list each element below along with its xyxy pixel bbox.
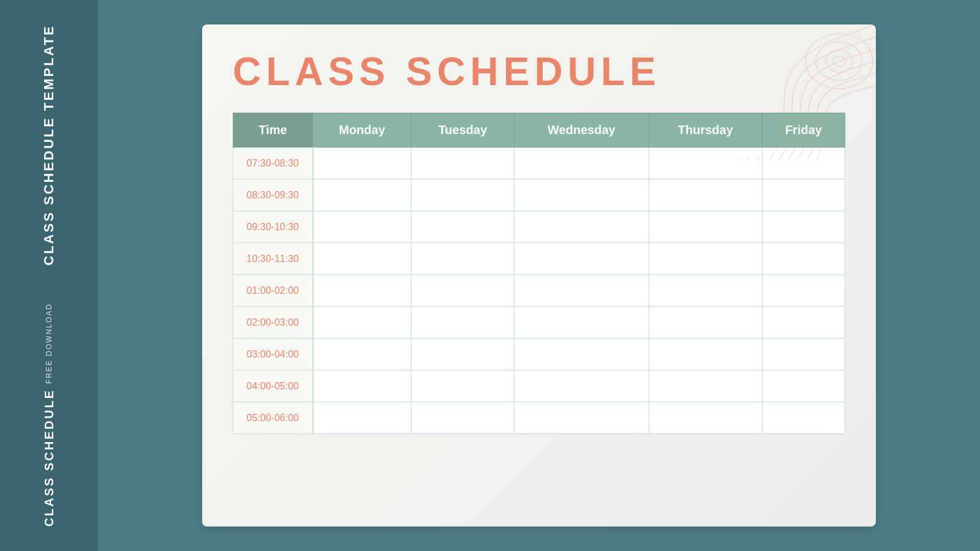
cell-tuesday-row0[interactable] xyxy=(412,148,514,179)
cell-monday-row6[interactable] xyxy=(313,339,412,370)
cell-thursday-row1[interactable] xyxy=(649,179,762,211)
sidebar: Class Schedule Template Free Download Cl… xyxy=(0,0,98,551)
cell-wednesday-row8[interactable] xyxy=(514,402,649,434)
cell-tuesday-row4[interactable] xyxy=(412,275,514,307)
cell-wednesday-row4[interactable] xyxy=(514,275,649,307)
cell-friday-row8[interactable] xyxy=(762,402,845,434)
cell-friday-row4[interactable] xyxy=(762,275,845,307)
col-header-tuesday: Tuesday xyxy=(412,113,514,148)
table-row: 04:00-05:00 xyxy=(233,370,845,402)
cell-thursday-row8[interactable] xyxy=(649,402,762,434)
time-cell: 09:30-10:30 xyxy=(233,211,313,243)
cell-monday-row8[interactable] xyxy=(313,402,412,434)
time-cell: 05:00-06:00 xyxy=(233,402,313,434)
sidebar-top-label: Class Schedule Template xyxy=(41,24,57,266)
cell-wednesday-row5[interactable] xyxy=(514,307,649,339)
col-header-thursday: Thursday xyxy=(649,113,762,148)
cell-thursday-row4[interactable] xyxy=(649,275,762,307)
cell-friday-row1[interactable] xyxy=(762,179,845,211)
cell-tuesday-row6[interactable] xyxy=(412,339,514,370)
col-header-monday: Monday xyxy=(313,113,412,148)
cell-thursday-row7[interactable] xyxy=(649,370,762,402)
cell-friday-row0[interactable] xyxy=(762,148,845,179)
cell-tuesday-row2[interactable] xyxy=(412,211,514,243)
table-row: 03:00-04:00 xyxy=(233,339,845,370)
col-header-friday: Friday xyxy=(762,113,845,148)
cell-wednesday-row3[interactable] xyxy=(514,243,649,275)
table-row: 02:00-03:00 xyxy=(233,307,845,339)
time-cell: 01:00-02:00 xyxy=(233,275,313,307)
cell-monday-row0[interactable] xyxy=(313,148,412,179)
table-row: 05:00-06:00 xyxy=(233,402,845,434)
cell-wednesday-row6[interactable] xyxy=(514,339,649,370)
cell-thursday-row5[interactable] xyxy=(649,307,762,339)
sidebar-free-download-label: Free Download xyxy=(45,303,53,384)
cell-thursday-row0[interactable] xyxy=(649,148,762,179)
main-content: CLASS SCHEDULE Time Monday Tuesday Wedne… xyxy=(98,0,980,551)
cell-wednesday-row2[interactable] xyxy=(514,211,649,243)
cell-friday-row3[interactable] xyxy=(762,243,845,275)
cell-wednesday-row0[interactable] xyxy=(514,148,649,179)
time-cell: 10:30-11:30 xyxy=(233,243,313,275)
time-cell: 02:00-03:00 xyxy=(233,307,313,339)
sidebar-bottom: Free Download Class Schedule xyxy=(42,303,56,527)
cell-monday-row7[interactable] xyxy=(313,370,412,402)
col-header-wednesday: Wednesday xyxy=(514,113,649,148)
cell-friday-row6[interactable] xyxy=(762,339,845,370)
time-cell: 04:00-05:00 xyxy=(233,370,313,402)
cell-friday-row5[interactable] xyxy=(762,307,845,339)
schedule-card: CLASS SCHEDULE Time Monday Tuesday Wedne… xyxy=(202,24,876,527)
time-cell: 07:30-08:30 xyxy=(233,148,313,179)
cell-tuesday-row7[interactable] xyxy=(412,370,514,402)
cell-monday-row5[interactable] xyxy=(313,307,412,339)
cell-monday-row3[interactable] xyxy=(313,243,412,275)
cell-tuesday-row5[interactable] xyxy=(412,307,514,339)
cell-tuesday-row1[interactable] xyxy=(412,179,514,211)
cell-thursday-row3[interactable] xyxy=(649,243,762,275)
schedule-table: Time Monday Tuesday Wednesday Thursday F… xyxy=(233,113,845,434)
cell-wednesday-row1[interactable] xyxy=(514,179,649,211)
cell-monday-row4[interactable] xyxy=(313,275,412,307)
sidebar-class-schedule-label: Class Schedule xyxy=(42,389,56,527)
col-header-time: Time xyxy=(233,113,313,148)
cell-thursday-row6[interactable] xyxy=(649,339,762,370)
table-row: 08:30-09:30 xyxy=(233,179,845,211)
cell-friday-row7[interactable] xyxy=(762,370,845,402)
cell-tuesday-row8[interactable] xyxy=(412,402,514,434)
table-row: 09:30-10:30 xyxy=(233,211,845,243)
cell-tuesday-row3[interactable] xyxy=(412,243,514,275)
cell-friday-row2[interactable] xyxy=(762,211,845,243)
time-cell: 03:00-04:00 xyxy=(233,339,313,370)
table-row: 10:30-11:30 xyxy=(233,243,845,275)
cell-wednesday-row7[interactable] xyxy=(514,370,649,402)
table-row: 07:30-08:30 xyxy=(233,148,845,179)
cell-monday-row1[interactable] xyxy=(313,179,412,211)
cell-monday-row2[interactable] xyxy=(313,211,412,243)
table-row: 01:00-02:00 xyxy=(233,275,845,307)
schedule-title: CLASS SCHEDULE xyxy=(233,49,845,94)
table-header-row: Time Monday Tuesday Wednesday Thursday F… xyxy=(233,113,845,148)
time-cell: 08:30-09:30 xyxy=(233,179,313,211)
cell-thursday-row2[interactable] xyxy=(649,211,762,243)
